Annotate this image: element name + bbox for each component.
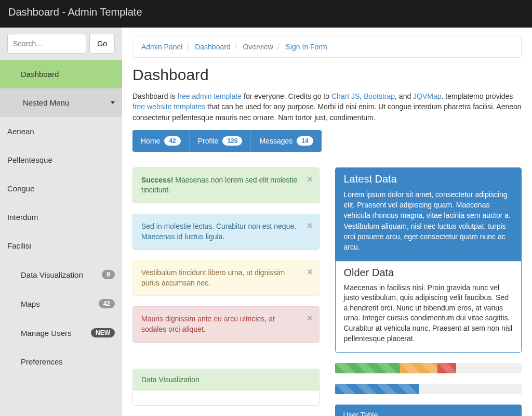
breadcrumb: Admin Panel/ Dashboard/ Overview/ Sign I… xyxy=(132,36,522,58)
tab-home[interactable]: Home42 xyxy=(132,130,190,152)
badge-count: 14 xyxy=(297,136,313,146)
sidebar-item-data-visualization[interactable]: Data Visualization9 xyxy=(0,260,122,289)
breadcrumb-link[interactable]: Dashboard xyxy=(195,43,231,51)
link-bootstrap[interactable]: Bootstrap xyxy=(364,92,395,100)
sidebar-item-facilisi[interactable]: Facilisi xyxy=(0,231,122,260)
progress-segment-info xyxy=(335,384,419,394)
alert-danger: × Mauris dignissim ante eu arcu ultricie… xyxy=(132,306,320,342)
badge-count: 126 xyxy=(222,136,242,146)
progress-bar-single xyxy=(335,384,522,394)
older-data-body: Maecenas in facilisis nisi. Proin gravid… xyxy=(344,283,513,344)
page-title-top: Dashboard - Admin Template xyxy=(8,6,142,18)
card-heading: Latest Data xyxy=(336,168,522,185)
alert-success: × Success! Maecenas non lorem sed elit m… xyxy=(132,167,320,203)
alert-info: × Sed in molestie lectus. Curabitur non … xyxy=(132,214,320,250)
badge-new: NEW xyxy=(91,328,115,337)
close-icon[interactable]: × xyxy=(307,266,313,279)
card-body: Lorem ipsum dolor sit amet, consectetur … xyxy=(336,185,522,261)
close-icon[interactable]: × xyxy=(307,219,313,232)
progress-segment-danger xyxy=(437,363,456,373)
close-icon[interactable]: × xyxy=(307,312,313,325)
alert-warning: × Vestibulum tincidunt libero urna, ut d… xyxy=(132,260,320,296)
sidebar-item-manage-users[interactable]: Manage UsersNEW xyxy=(0,318,122,347)
sidebar-item-dashboard[interactable]: Dashboard xyxy=(0,60,122,88)
panel-body xyxy=(133,391,319,405)
sidebar-item-nested-menu[interactable]: Nested Menu xyxy=(0,88,122,117)
older-data-section: Older Data Maecenas in facilisis nisi. P… xyxy=(336,261,522,353)
latest-data-card: Latest Data Lorem ipsum dolor sit amet, … xyxy=(335,167,522,353)
tab-profile[interactable]: Profile126 xyxy=(190,130,251,152)
sidebar-item-congue[interactable]: Congue xyxy=(0,174,122,203)
sidebar-item-aenean[interactable]: Aenean xyxy=(0,117,122,146)
breadcrumb-link[interactable]: Admin Panel xyxy=(141,43,182,51)
badge-count: 42 xyxy=(164,136,180,146)
breadcrumb-current: Overview xyxy=(243,43,273,51)
close-icon[interactable]: × xyxy=(307,173,313,186)
main-content: Admin Panel/ Dashboard/ Overview/ Sign I… xyxy=(122,28,532,416)
topbar: Dashboard - Admin Template xyxy=(0,0,532,28)
nav-tabs: Home42 Profile126 Messages14 xyxy=(132,130,522,152)
panel-data-visualization: Data Visualization xyxy=(132,369,320,406)
progress-segment-success xyxy=(335,363,401,373)
breadcrumb-link[interactable]: Sign In Form xyxy=(286,43,327,51)
progress-bar-stacked xyxy=(335,363,522,373)
user-table-heading: User Table xyxy=(335,405,522,416)
link-jqvmap[interactable]: JQVMap xyxy=(413,92,441,100)
sidebar-item-maps[interactable]: Maps42 xyxy=(0,289,122,318)
sidebar-item-pellentesque[interactable]: Pellentesque xyxy=(0,146,122,174)
panel-heading: Data Visualization xyxy=(133,369,319,391)
intro-text: Dashboard is free admin template for eve… xyxy=(132,91,522,123)
link-chartjs[interactable]: Chart JS xyxy=(331,92,360,100)
sidebar: Go Dashboard Nested Menu Aenean Pellente… xyxy=(0,28,122,416)
search-go-button[interactable]: Go xyxy=(89,34,115,54)
link-free-admin-template[interactable]: free admin template xyxy=(177,92,242,100)
progress-segment-warning xyxy=(400,363,437,373)
user-table-panel: User Table # First Name Last Name Userna… xyxy=(335,405,522,416)
chevron-down-icon xyxy=(111,101,115,104)
sidebar-item-interdum[interactable]: Interdum xyxy=(0,203,122,231)
tab-messages[interactable]: Messages14 xyxy=(251,130,321,152)
badge-count: 42 xyxy=(99,299,115,308)
search-input[interactable] xyxy=(7,34,86,54)
sidebar-item-preferences[interactable]: Preferences xyxy=(0,347,122,376)
page-title: Dashboard xyxy=(132,66,522,84)
link-free-website-templates[interactable]: free website templates xyxy=(132,102,205,111)
older-data-title: Older Data xyxy=(344,267,513,279)
badge-count: 9 xyxy=(102,270,115,279)
